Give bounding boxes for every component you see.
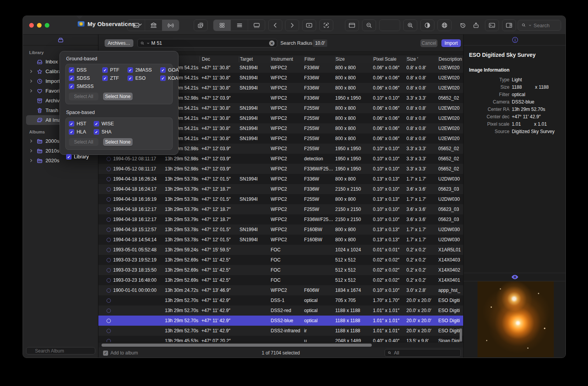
eye-icon[interactable] xyxy=(511,274,519,280)
table-row[interactable]: 1994-04-18 16:16:1913h 29m 53.78s+47° 12… xyxy=(98,194,463,204)
window-button[interactable] xyxy=(345,19,359,31)
checkbox-checked-icon[interactable]: ✓ xyxy=(102,75,108,81)
archives-button[interactable]: Archives… xyxy=(105,39,133,47)
sidebar-button[interactable] xyxy=(502,19,516,31)
table-row[interactable]: 13h 29m 52.70s+47° 11′ 42.9″DSS-1optical… xyxy=(98,295,463,305)
table-row[interactable]: 1994-04-18 16:12:1713h 29m 53.79s+47° 12… xyxy=(98,204,463,214)
target-search-input[interactable] xyxy=(151,40,268,46)
table-row[interactable]: 13h 29m 45.53s+47° 07′ 20.2″u2048 x 1489… xyxy=(98,336,463,342)
back-button[interactable] xyxy=(268,19,282,31)
checkbox-checked-icon[interactable]: ✓ xyxy=(69,75,74,81)
table-row[interactable]: 1994-04-18 16:26:2413h 29m 53.78s+47° 12… xyxy=(98,174,463,184)
zoom-level-field[interactable] xyxy=(379,19,400,31)
grid-view-button[interactable] xyxy=(214,20,231,31)
archive-checkbox-row[interactable]: ✓2MASS xyxy=(128,67,160,73)
archive-checkbox-row[interactable]: ✓SDSS xyxy=(69,75,102,81)
ground-select-none-button[interactable]: Select None xyxy=(103,93,133,100)
table-filter-field[interactable] xyxy=(385,349,461,357)
expand-button[interactable] xyxy=(319,19,333,31)
checkbox-checked-icon[interactable]: ✓ xyxy=(69,67,74,73)
checkbox-checked-icon[interactable]: ✓ xyxy=(160,67,166,73)
terminal-button[interactable] xyxy=(485,19,499,31)
column-header[interactable]: Size xyxy=(335,56,373,62)
import-button[interactable]: Import xyxy=(441,39,461,47)
archive-checkbox-row[interactable]: ✓PTF xyxy=(102,67,128,73)
add-to-album-control[interactable]: ✓ Add to album xyxy=(103,350,138,356)
antenna-view-button[interactable] xyxy=(162,20,179,31)
column-header[interactable]: Instrument xyxy=(270,56,304,62)
checkbox-checked-icon[interactable]: ✓ xyxy=(128,75,133,81)
target-search-field[interactable]: ✕ xyxy=(137,39,277,47)
checkbox-checked-icon[interactable]: ✓ xyxy=(69,129,74,135)
globe-button[interactable] xyxy=(438,19,452,31)
table-filter-input[interactable] xyxy=(394,350,458,356)
table-row[interactable]: 1994-04-18 15:12:5713h 29m 53.78s+47° 12… xyxy=(98,225,463,235)
chevron-right-icon[interactable] xyxy=(29,158,34,163)
column-header[interactable]: Pixel Scale xyxy=(373,56,406,62)
close-window-button[interactable] xyxy=(29,23,34,28)
chevron-right-icon[interactable] xyxy=(29,69,34,74)
contrast-button[interactable] xyxy=(420,19,434,31)
table-row[interactable]: 1993-03-23 18:15:5013h 29m 52.69s+47° 11… xyxy=(98,265,463,275)
stack-icon[interactable] xyxy=(57,37,64,44)
checkbox-checked-icon[interactable]: ✓ xyxy=(94,121,99,126)
checkbox-checked-icon[interactable]: ✓ xyxy=(102,67,108,73)
table-row[interactable]: 13h 29m 52.70s+47° 11′ 42.9″DSS2-infrare… xyxy=(98,326,463,336)
zoom-in-button[interactable] xyxy=(403,19,417,31)
toolbar-search-field[interactable]: Search xyxy=(518,20,561,31)
library-checkbox[interactable]: ✓ xyxy=(66,154,72,160)
archive-checkbox-row[interactable]: ✓GOA xyxy=(160,67,179,73)
chevron-right-icon[interactable] xyxy=(29,79,34,83)
horizontal-scrollbar-thumb[interactable] xyxy=(102,344,372,347)
table-row[interactable]: 1993-05-01 05:52:4813h 29m 59.24s+47° 15… xyxy=(98,245,463,255)
history-button[interactable] xyxy=(457,19,469,31)
vertical-scrollbar-thumb[interactable] xyxy=(460,328,462,342)
image-view-button[interactable] xyxy=(128,20,145,31)
column-header[interactable]: Size ′ xyxy=(406,56,438,62)
checkbox-checked-icon[interactable]: ✓ xyxy=(69,121,74,126)
play-button[interactable] xyxy=(302,19,316,31)
zoom-window-button[interactable] xyxy=(45,23,49,28)
library-checkbox-row[interactable]: ✓ Library xyxy=(65,154,173,160)
checkbox-checked-icon[interactable]: ✓ xyxy=(94,129,99,135)
table-row[interactable]: 1994-04-18 14:54:1413h 29m 53.78s+47° 12… xyxy=(98,235,463,245)
table-row[interactable]: 13h 29m 52.70s+47° 11′ 42.9″DSS2-redopti… xyxy=(98,305,463,316)
table-row[interactable]: 13h 29m 52.70s+47° 11′ 42.9″DSS2-blueopt… xyxy=(98,316,463,326)
table-row[interactable]: 1900-01-01 00:00:0013h 30m 24.72s+47° 13… xyxy=(98,285,463,295)
album-search-input[interactable] xyxy=(26,347,95,354)
checkbox-checked-icon[interactable]: ✓ xyxy=(69,84,74,89)
archive-checkbox-row[interactable]: ✓ZTF xyxy=(102,75,128,81)
import-button[interactable] xyxy=(194,19,208,31)
archive-checkbox-row[interactable]: ✓KOA xyxy=(160,75,179,81)
table-row[interactable]: 1994-04-18 16:12:1713h 29m 53.79s+47° 12… xyxy=(98,214,463,225)
table-row[interactable]: 1994-05-12 08:11:1713h 29m 52.98s+47° 12… xyxy=(98,164,463,174)
add-to-album-checkbox[interactable]: ✓ xyxy=(103,351,108,356)
chevron-right-icon[interactable] xyxy=(29,149,34,153)
column-header[interactable]: Target xyxy=(239,56,270,62)
info-icon[interactable] xyxy=(512,37,518,43)
archive-checkbox-row[interactable]: ✓HST xyxy=(69,121,94,126)
search-radius-input[interactable] xyxy=(313,39,327,47)
table-row[interactable]: 1993-03-23 19:52:1913h 29m 52.69s+47° 11… xyxy=(98,255,463,265)
archive-checkbox-row[interactable]: ✓HLA xyxy=(69,129,94,135)
archive-checkbox-row[interactable]: ✓ESO xyxy=(128,75,160,81)
forward-button[interactable] xyxy=(285,19,299,31)
table-row[interactable]: 1993-03-23 16:48:0013h 29m 52.69s+47° 11… xyxy=(98,275,463,285)
horizontal-scrollbar[interactable] xyxy=(98,342,463,347)
archive-checkbox-row[interactable]: ✓WISE xyxy=(94,121,127,126)
minimize-window-button[interactable] xyxy=(37,23,42,28)
columns-view-button[interactable] xyxy=(145,20,162,31)
galaxy-preview-image[interactable] xyxy=(478,281,554,357)
column-header[interactable]: Dec xyxy=(200,56,239,62)
checkbox-checked-icon[interactable]: ✓ xyxy=(160,75,166,81)
checkbox-checked-icon[interactable]: ✓ xyxy=(128,67,133,73)
chevron-right-icon[interactable] xyxy=(29,139,34,143)
clear-search-icon[interactable]: ✕ xyxy=(269,40,275,46)
cancel-button[interactable]: Cancel xyxy=(420,39,438,47)
archive-checkbox-row[interactable]: ✓SMSSS xyxy=(69,84,102,89)
screen-view-button[interactable] xyxy=(248,20,265,31)
column-header[interactable]: Description xyxy=(438,56,463,62)
archive-checkbox-row[interactable]: ✓SHA xyxy=(94,129,127,135)
chevron-right-icon[interactable] xyxy=(29,89,34,93)
archive-checkbox-row[interactable]: ✓DSS xyxy=(69,67,102,73)
